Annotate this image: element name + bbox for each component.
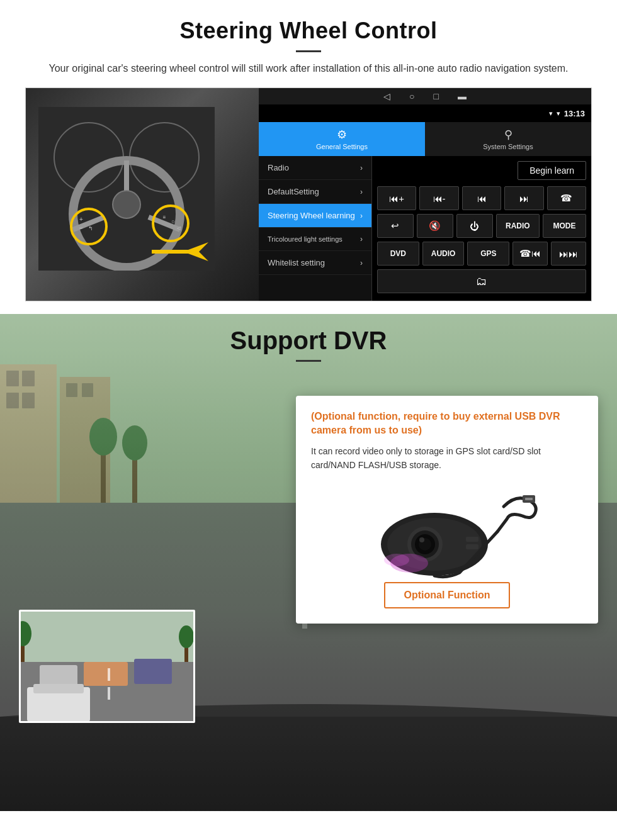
phone-prev-btn[interactable]: ☎⏮: [512, 242, 548, 266]
tab-system-settings[interactable]: ⚲ System Settings: [425, 122, 591, 156]
svg-rect-38: [0, 717, 617, 811]
tab-general-label: General Settings: [316, 143, 368, 150]
svg-text:↰: ↰: [88, 225, 93, 232]
android-statusbar: ▾ ▾ 13:13: [259, 104, 591, 122]
svg-rect-64: [33, 684, 84, 693]
steering-subtitle: Your original car's steering wheel contr…: [38, 61, 579, 76]
svg-rect-23: [22, 393, 35, 408]
dvr-divider: [296, 360, 321, 362]
menu-item-steering-wheel[interactable]: Steering Wheel learning ›: [259, 204, 371, 228]
android-navbar: ◁ ○ □ ▬: [259, 88, 591, 104]
settings-menu: Radio › DefaultSetting › Steering Wheel …: [259, 156, 372, 301]
extra-btn[interactable]: 🗂: [377, 269, 586, 293]
dvr-section: Support DVR (Optional function, require …: [0, 314, 617, 811]
power-btn[interactable]: ⏻: [456, 214, 493, 238]
chevron-icon: ›: [360, 164, 363, 172]
svg-rect-21: [22, 371, 35, 386]
nav-home[interactable]: ○: [409, 91, 414, 101]
steering-demo: + − ↰ ≡ ○ ◁ ◁ ○ □ ▬ ▾: [25, 87, 592, 301]
dvr-optional-text: (Optional function, require to buy exter…: [311, 410, 583, 438]
system-icon: ⚲: [504, 128, 512, 142]
skip-btn[interactable]: ⏭⏭: [551, 242, 586, 266]
chevron-icon: ›: [360, 188, 363, 196]
dvr-thumb-content: [21, 612, 193, 721]
svg-rect-20: [6, 371, 19, 386]
audio-btn[interactable]: AUDIO: [422, 242, 465, 266]
gear-icon: ⚙: [337, 128, 347, 142]
svg-text:◁: ◁: [177, 225, 181, 231]
dvr-footage-thumbnail: [19, 610, 195, 723]
dvd-btn[interactable]: DVD: [377, 242, 419, 266]
phone-btn[interactable]: ☎: [547, 186, 586, 210]
svg-rect-56: [134, 659, 172, 684]
next-btn[interactable]: ⏭: [504, 186, 543, 210]
status-time: 13:13: [564, 109, 585, 118]
svg-rect-57: [108, 668, 110, 681]
mute-btn[interactable]: 🔇: [417, 214, 453, 238]
menu-item-default[interactable]: DefaultSetting ›: [259, 180, 371, 204]
android-tabs: ⚙ General Settings ⚲ System Settings: [259, 122, 591, 156]
steering-wheel-photo: + − ↰ ≡ ○ ◁: [26, 88, 259, 301]
ctrl-row-2: ↩ 🔇 ⏻ RADIO MODE: [377, 214, 586, 238]
nav-menu[interactable]: ▬: [458, 91, 467, 101]
menu-item-tricoloured[interactable]: Tricoloured light settings ›: [259, 228, 371, 251]
wifi-icon: ▾: [557, 109, 560, 118]
steering-section: Steering Wheel Control Your original car…: [0, 0, 617, 301]
svg-rect-22: [6, 393, 19, 408]
android-content: Radio › DefaultSetting › Steering Wheel …: [259, 156, 591, 301]
vol-up-btn[interactable]: ⏮+: [377, 186, 416, 210]
svg-point-30: [122, 425, 147, 461]
signal-icon: ▾: [549, 109, 553, 118]
svg-text:≡: ≡: [163, 215, 166, 220]
dvr-camera-image: [353, 481, 541, 582]
title-divider: [296, 50, 321, 52]
optional-function-button[interactable]: Optional Function: [384, 582, 511, 608]
nav-back[interactable]: ◁: [383, 91, 390, 101]
chevron-icon: ›: [360, 235, 363, 244]
dvr-title: Support DVR: [0, 327, 617, 355]
begin-learn-button[interactable]: Begin learn: [518, 161, 586, 180]
android-settings-panel: ◁ ○ □ ▬ ▾ ▾ 13:13 ⚙ General Settings ⚲ S…: [259, 88, 591, 301]
hangup-btn[interactable]: ↩: [377, 214, 414, 238]
svg-rect-55: [84, 662, 128, 686]
tab-system-label: System Settings: [483, 143, 533, 150]
svg-point-47: [419, 537, 424, 542]
chevron-icon: ›: [360, 211, 363, 220]
svg-rect-48: [466, 537, 478, 542]
ctrl-row-3: DVD AUDIO GPS ☎⏮ ⏭⏭: [377, 242, 586, 266]
begin-learn-row: Begin learn: [377, 161, 586, 180]
svg-text:−: −: [79, 225, 83, 232]
svg-point-51: [384, 554, 409, 566]
ctrl-row-4: 🗂: [377, 269, 586, 293]
dvr-description: It can record video only to storage in G…: [311, 444, 583, 473]
steering-title: Steering Wheel Control: [25, 18, 592, 44]
vol-down-btn[interactable]: ⏮-: [419, 186, 458, 210]
gps-btn[interactable]: GPS: [467, 242, 509, 266]
svg-point-7: [113, 191, 140, 218]
svg-text:○: ○: [171, 218, 174, 225]
ctrl-row-1: ⏮+ ⏮- ⏮ ⏭ ☎: [377, 186, 586, 210]
svg-rect-40: [525, 498, 533, 500]
svg-text:+: +: [79, 216, 83, 223]
radio-btn[interactable]: RADIO: [496, 214, 540, 238]
mode-btn[interactable]: MODE: [543, 214, 586, 238]
svg-rect-49: [466, 544, 478, 549]
menu-item-whitelist[interactable]: Whitelist setting ›: [259, 251, 371, 275]
prev-btn[interactable]: ⏮: [462, 186, 501, 210]
svg-rect-58: [108, 687, 110, 700]
control-panel: Begin learn ⏮+ ⏮- ⏮ ⏭ ☎ ↩ 🔇 ⏻: [372, 156, 591, 301]
svg-point-62: [179, 625, 194, 648]
svg-rect-54: [40, 665, 77, 687]
svg-point-28: [89, 418, 117, 456]
svg-rect-26: [82, 383, 93, 397]
nav-recents[interactable]: □: [434, 91, 439, 101]
tab-general-settings[interactable]: ⚙ General Settings: [259, 122, 425, 156]
dvr-info-card: (Optional function, require to buy exter…: [296, 396, 598, 624]
dvr-title-area: Support DVR: [0, 314, 617, 368]
chevron-icon: ›: [360, 259, 363, 267]
menu-item-radio[interactable]: Radio ›: [259, 156, 371, 180]
svg-rect-25: [66, 383, 77, 397]
